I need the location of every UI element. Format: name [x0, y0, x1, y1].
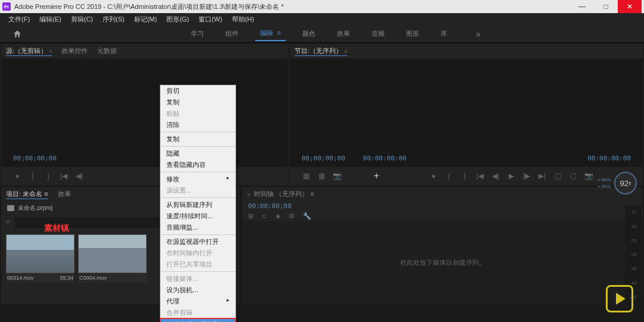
clip-item[interactable]: C0004.mov	[78, 234, 147, 283]
menu-item[interactable]: 从剪辑新建序列	[160, 199, 236, 210]
project-tab[interactable]: 项目: 未命名 ≡	[6, 190, 48, 199]
program-monitor: 00;00;00;00 00:00:00:00 00:00:00:00	[290, 58, 643, 167]
ws-tab-audio[interactable]: 音频	[367, 27, 389, 41]
lift-icon[interactable]: ▢	[553, 172, 562, 180]
menu-separator	[160, 132, 236, 132]
play-icon[interactable]: ▶	[507, 172, 515, 180]
menu-separator	[160, 146, 236, 147]
menu-edit[interactable]: 编辑(E)	[36, 14, 65, 25]
home-icon[interactable]	[12, 29, 23, 39]
menu-item[interactable]: 设为脱机...	[160, 284, 236, 296]
project-filename: 未命名.prproj	[18, 204, 52, 212]
menu-file[interactable]: 文件(F)	[5, 14, 33, 25]
goto-in2-icon[interactable]: |◀	[476, 172, 484, 180]
minimize-button[interactable]: —	[570, 0, 594, 13]
menu-graphics[interactable]: 图形(G)	[163, 14, 193, 25]
title-path: C:\用户\Administrator\桌面\项目新建\1.3\新建与保存\未命…	[107, 2, 284, 11]
source-tab[interactable]: 源:（无剪辑） ≡	[6, 47, 52, 56]
ws-tab-effects[interactable]: 效果	[332, 27, 355, 41]
marker-icon[interactable]: ●	[13, 172, 21, 180]
step-back-icon[interactable]: ◀|	[75, 172, 83, 180]
ws-tab-editing[interactable]: 编辑 ≡	[255, 26, 286, 41]
ws-more-icon[interactable]: »	[476, 29, 481, 39]
clip-thumbnail[interactable]	[6, 234, 75, 273]
menu-item[interactable]: 复制	[160, 134, 236, 145]
overwrite-icon[interactable]: ▦	[317, 172, 326, 180]
step-fwd-icon[interactable]: |▶	[522, 172, 531, 180]
timeline-drop-area[interactable]: 在此处放下媒体以创建序列。	[242, 221, 643, 304]
menu-separator	[160, 234, 236, 235]
menu-separator	[160, 271, 236, 272]
marker2-icon[interactable]: ●	[429, 172, 438, 180]
goto-in-icon[interactable]: |◀	[60, 172, 68, 180]
export-frame-icon[interactable]: 📷	[333, 172, 341, 180]
menu-item[interactable]: 隐藏	[160, 148, 236, 159]
out-point-icon[interactable]: }	[44, 172, 52, 180]
in-point-icon[interactable]: {	[29, 172, 37, 180]
program-tc-in[interactable]: 00:00:00:00	[363, 154, 407, 162]
menu-item[interactable]: 音频增益...	[160, 222, 236, 233]
menu-marker[interactable]: 标记(M)	[131, 14, 161, 25]
play-overlay-icon[interactable]	[606, 285, 633, 312]
metadata-tab[interactable]: 元数据	[97, 47, 117, 56]
menu-help[interactable]: 帮助(H)	[228, 14, 258, 25]
title-app: Adobe Premiere Pro CC 2019	[14, 3, 101, 10]
menu-item[interactable]: 剪切	[160, 85, 236, 97]
close-button[interactable]: ✕	[618, 0, 642, 13]
effects-tab[interactable]: 效果	[58, 190, 71, 199]
lower-area: 项目: 未命名 ≡ 效果 未命名.prproj ⌕ ▦ 素材镇 00314.mo…	[0, 186, 644, 305]
link-icon[interactable]: ⊂	[262, 212, 267, 220]
out2-icon[interactable]: }	[460, 172, 469, 180]
clip-item[interactable]: 00314.mov 55;34	[6, 234, 75, 283]
menu-item[interactable]: 代理	[160, 296, 236, 307]
timeline-empty-text: 在此处放下媒体以创建序列。	[400, 258, 485, 267]
menu-item: 合并剪辑	[160, 307, 236, 318]
snap-icon[interactable]: ⊞	[248, 212, 253, 220]
menu-separator	[160, 197, 236, 198]
network-speed: • 0K/s• 0K/s	[598, 177, 611, 190]
ws-tab-assembly[interactable]: 组件	[221, 27, 243, 41]
timeline-panel: × 时间轴 （无序列） ≡ 00;00;00;00 ⊞ ⊂ ◈ ⚙ 🔧 在此处放…	[242, 187, 643, 304]
ws-tab-color[interactable]: 颜色	[298, 27, 320, 41]
maximize-button[interactable]: □	[594, 0, 618, 13]
settings-icon[interactable]: ⚙	[289, 212, 295, 220]
effect-controls-tab[interactable]: 效果控件	[61, 47, 88, 56]
timeline-timecode[interactable]: 00;00;00;00	[242, 201, 643, 211]
insert-icon[interactable]: ▦	[302, 172, 310, 180]
menu-sequence[interactable]: 序列(S)	[99, 14, 128, 25]
source-controls: ● { } |◀ ◀|	[1, 167, 287, 185]
marker-tool-icon[interactable]: ◈	[275, 212, 280, 220]
export2-icon[interactable]: 📷	[584, 172, 593, 180]
menu-item[interactable]: 修改	[160, 174, 236, 185]
add-button-icon[interactable]: +	[374, 171, 379, 181]
menu-item[interactable]: 创建多机位源序列...	[160, 318, 236, 322]
score-badge: 92x	[614, 172, 637, 194]
titlebar: Pr Adobe Premiere Pro CC 2019 - C:\用户\Ad…	[0, 0, 644, 13]
ws-tab-learn[interactable]: 学习	[186, 27, 209, 41]
extract-icon[interactable]: ▢	[569, 172, 577, 180]
menu-item: 粘贴	[160, 108, 236, 119]
search-icon: ⌕	[6, 217, 10, 228]
step-back2-icon[interactable]: ◀|	[491, 172, 500, 180]
clip-thumbnail[interactable]	[78, 234, 147, 273]
menu-item[interactable]: 在源监视器中打开	[160, 236, 236, 247]
monitor-area: 源:（无剪辑） ≡ 效果控件 元数据 00;00;00;00 ● { } |◀ …	[0, 43, 644, 186]
folder-icon	[7, 205, 14, 211]
menu-item[interactable]: 查看隐藏内容	[160, 159, 236, 171]
in2-icon[interactable]: {	[445, 172, 453, 180]
menu-item[interactable]: 复制	[160, 97, 236, 108]
program-tab[interactable]: 节目:（无序列） ≡	[295, 47, 347, 56]
menu-item[interactable]: 清除	[160, 119, 236, 131]
goto-out-icon[interactable]: ▶|	[538, 172, 546, 180]
ws-tab-libraries[interactable]: 库	[436, 27, 452, 41]
menu-item: 打开已共享项目	[160, 259, 236, 270]
menu-clip[interactable]: 剪辑(C)	[67, 14, 97, 25]
source-tc-in[interactable]: 00;00;00;00	[13, 154, 57, 162]
program-controls: ▦ ▦ 📷 + ● { } |◀ ◀| ▶ |▶ ▶| ▢ ▢ 📷 +	[290, 167, 643, 185]
menu-window[interactable]: 窗口(W)	[195, 14, 226, 25]
title-sep: -	[101, 3, 107, 10]
ws-tab-graphics[interactable]: 图形	[401, 27, 424, 41]
menu-item[interactable]: 速度/持续时间...	[160, 210, 236, 222]
timeline-tab[interactable]: 时间轴 （无序列） ≡	[254, 190, 314, 199]
wrench-icon[interactable]: 🔧	[303, 212, 311, 220]
